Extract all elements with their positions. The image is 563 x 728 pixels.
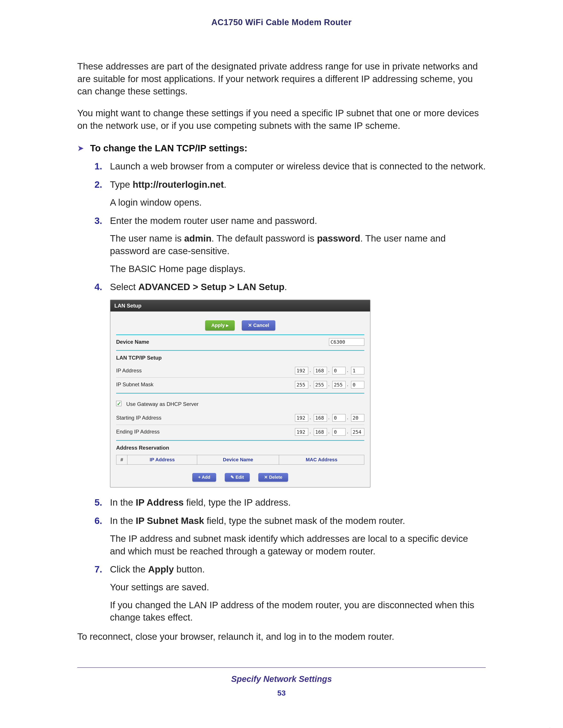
mask-oct-4[interactable]: 0 bbox=[351, 381, 364, 388]
step-5-pre: In the bbox=[110, 497, 136, 508]
ip-address-row: IP Address 192. 168. 0. 1 bbox=[116, 364, 364, 378]
step-6: In the IP Subnet Mask field, type the su… bbox=[94, 515, 486, 557]
step-2: Type http://routerlogin.net. A login win… bbox=[94, 178, 486, 209]
device-name-row: Device Name C6300 bbox=[116, 335, 364, 349]
dhcp-label: Use Gateway as DHCP Server bbox=[126, 401, 199, 407]
step-3-sub-2: The BASIC Home page displays. bbox=[110, 263, 486, 275]
watermark: www.userMANUALS.tech bbox=[445, 726, 554, 728]
end-ip-row: Ending IP Address 192. 168. 0. 254 bbox=[116, 425, 364, 439]
panel-top-buttons: Apply ▸ ✕ Cancel bbox=[116, 315, 364, 335]
start-oct-3[interactable]: 0 bbox=[332, 414, 346, 422]
step-3-password: password bbox=[317, 233, 360, 244]
start-ip-label: Starting IP Address bbox=[116, 414, 161, 421]
step-3-sub-b: . The default password is bbox=[211, 233, 317, 244]
step-4-pre: Select bbox=[110, 282, 138, 292]
step-7-pre: Click the bbox=[110, 564, 148, 574]
doc-header-title: AC1750 WiFi Cable Modem Router bbox=[77, 18, 486, 27]
step-7: Click the Apply button. Your settings ar… bbox=[94, 563, 486, 624]
ip-oct-2[interactable]: 168 bbox=[314, 367, 327, 374]
step-2-pre: Type bbox=[110, 179, 133, 190]
step-3-sub-a: The user name is bbox=[110, 233, 184, 244]
lan-tcpip-header: LAN TCP/IP Setup bbox=[116, 351, 364, 364]
footer-rule bbox=[77, 667, 486, 668]
subnet-mask-label: IP Subnet Mask bbox=[116, 381, 153, 388]
step-3: Enter the modem router user name and pas… bbox=[94, 215, 486, 275]
step-5: In the IP Address field, type the IP add… bbox=[94, 496, 486, 509]
start-oct-1[interactable]: 192 bbox=[295, 414, 308, 422]
apply-button[interactable]: Apply ▸ bbox=[205, 320, 235, 330]
intro-paragraph-1: These addresses are part of the designat… bbox=[77, 60, 486, 98]
add-button[interactable]: + Add bbox=[192, 473, 216, 482]
step-5-bold: IP Address bbox=[136, 497, 184, 508]
step-4-post: . bbox=[285, 282, 287, 292]
end-oct-1[interactable]: 192 bbox=[295, 428, 308, 436]
ip-address-label: IP Address bbox=[116, 367, 142, 374]
footer-page-number: 53 bbox=[77, 689, 486, 697]
closing-paragraph: To reconnect, close your browser, relaun… bbox=[77, 630, 486, 643]
step-4-bold: ADVANCED > Setup > LAN Setup bbox=[138, 282, 285, 292]
step-6-sub: The IP address and subnet mask identify … bbox=[110, 533, 486, 557]
section-heading: ➤ To change the LAN TCP/IP settings: bbox=[77, 143, 486, 154]
reservation-table: # IP Address Device Name MAC Address bbox=[116, 455, 364, 465]
ip-oct-4[interactable]: 1 bbox=[351, 367, 364, 374]
ip-oct-1[interactable]: 192 bbox=[295, 367, 308, 374]
step-7-bold: Apply bbox=[148, 564, 174, 574]
panel-title: LAN Setup bbox=[110, 300, 370, 311]
dhcp-checkbox-row: Use Gateway as DHCP Server bbox=[116, 394, 364, 411]
end-oct-2[interactable]: 168 bbox=[314, 428, 327, 436]
step-6-bold: IP Subnet Mask bbox=[136, 516, 204, 526]
mask-oct-2[interactable]: 255 bbox=[314, 381, 327, 388]
chevron-right-icon: ➤ bbox=[77, 144, 84, 153]
device-name-input[interactable]: C6300 bbox=[329, 338, 364, 346]
footer-section-title: Specify Network Settings bbox=[77, 674, 486, 684]
step-3-sub-1: The user name is admin. The default pass… bbox=[110, 232, 486, 257]
step-2-bold: http://routerlogin.net bbox=[133, 179, 224, 190]
subnet-mask-row: IP Subnet Mask 255. 255. 255. 0 bbox=[116, 378, 364, 392]
step-7-sub-2: If you changed the LAN IP address of the… bbox=[110, 599, 486, 624]
step-7-post: button. bbox=[174, 564, 205, 574]
th-hash: # bbox=[116, 455, 127, 465]
step-6-post: field, type the subnet mask of the modem… bbox=[204, 516, 405, 526]
step-3-admin: admin bbox=[184, 233, 211, 244]
step-1-text: Launch a web browser from a computer or … bbox=[110, 161, 486, 171]
th-mac: MAC Address bbox=[279, 455, 364, 465]
step-1: Launch a web browser from a computer or … bbox=[94, 160, 486, 173]
th-device: Device Name bbox=[197, 455, 279, 465]
start-oct-4[interactable]: 20 bbox=[351, 414, 364, 422]
end-oct-4[interactable]: 254 bbox=[351, 428, 364, 436]
device-name-label: Device Name bbox=[116, 338, 149, 345]
lan-setup-panel: LAN Setup Apply ▸ ✕ Cancel Device Name C… bbox=[110, 300, 371, 488]
reservation-buttons: + Add ✎ Edit ✕ Delete bbox=[116, 465, 364, 482]
step-5-post: field, type the IP address. bbox=[184, 497, 291, 508]
step-7-sub-1: Your settings are saved. bbox=[110, 581, 486, 594]
dhcp-checkbox[interactable] bbox=[116, 401, 121, 406]
cancel-button[interactable]: ✕ Cancel bbox=[242, 320, 275, 330]
delete-button[interactable]: ✕ Delete bbox=[258, 473, 288, 482]
end-oct-3[interactable]: 0 bbox=[332, 428, 346, 436]
step-2-sub: A login window opens. bbox=[110, 196, 486, 209]
address-reservation-header: Address Reservation bbox=[116, 441, 364, 454]
end-ip-label: Ending IP Address bbox=[116, 428, 160, 435]
start-oct-2[interactable]: 168 bbox=[314, 414, 327, 422]
ip-oct-3[interactable]: 0 bbox=[332, 367, 346, 374]
th-ip: IP Address bbox=[127, 455, 197, 465]
step-2-post: . bbox=[224, 179, 226, 190]
mask-oct-1[interactable]: 255 bbox=[295, 381, 308, 388]
intro-paragraph-2: You might want to change these settings … bbox=[77, 107, 486, 132]
section-title: To change the LAN TCP/IP settings: bbox=[90, 143, 247, 154]
step-4: Select ADVANCED > Setup > LAN Setup. LAN… bbox=[94, 281, 486, 488]
start-ip-row: Starting IP Address 192. 168. 0. 20 bbox=[116, 411, 364, 425]
step-3-text: Enter the modem router user name and pas… bbox=[110, 216, 317, 226]
mask-oct-3[interactable]: 255 bbox=[332, 381, 346, 388]
edit-button[interactable]: ✎ Edit bbox=[225, 473, 249, 482]
step-6-pre: In the bbox=[110, 516, 136, 526]
